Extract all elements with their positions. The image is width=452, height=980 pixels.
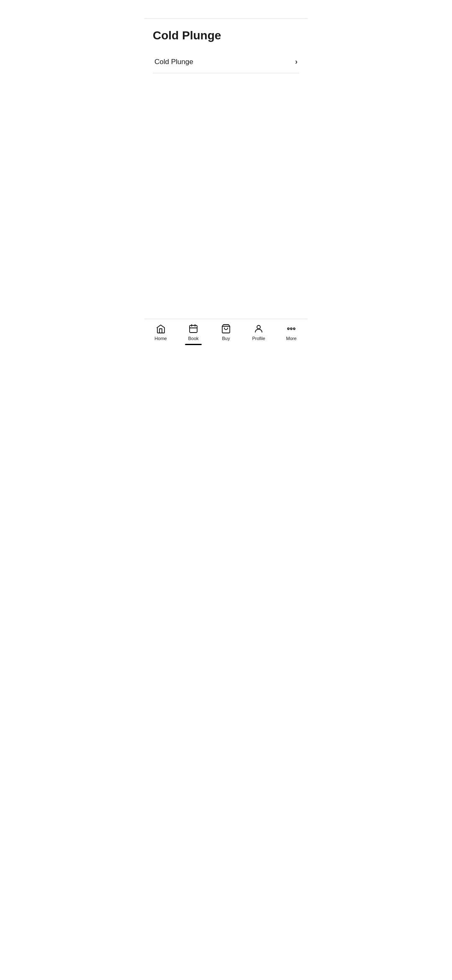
- nav-label-buy: Buy: [222, 336, 230, 341]
- svg-point-2: [257, 325, 260, 329]
- main-content: Cold Plunge Cold Plunge ›: [144, 19, 308, 73]
- svg-point-3: [288, 328, 289, 330]
- nav-label-home: Home: [154, 336, 167, 341]
- profile-icon: [253, 323, 264, 334]
- svg-rect-0: [190, 325, 197, 333]
- nav-item-more[interactable]: More: [275, 323, 308, 341]
- nav-item-profile[interactable]: Profile: [242, 323, 275, 341]
- bottom-nav: Home Book Buy Profile: [144, 319, 308, 353]
- section-title: Cold Plunge: [153, 29, 299, 42]
- status-bar: [144, 0, 308, 18]
- buy-icon: [221, 323, 231, 334]
- nav-item-buy[interactable]: Buy: [210, 323, 242, 341]
- cold-plunge-list-item[interactable]: Cold Plunge ›: [153, 51, 299, 73]
- nav-label-more: More: [286, 336, 296, 341]
- nav-item-home[interactable]: Home: [144, 323, 177, 341]
- nav-item-book[interactable]: Book: [177, 323, 210, 341]
- more-icon: [286, 323, 297, 334]
- list-item-label: Cold Plunge: [154, 58, 193, 66]
- home-icon: [155, 323, 166, 334]
- chevron-right-icon: ›: [295, 57, 298, 66]
- book-icon: [188, 323, 199, 334]
- svg-point-4: [290, 328, 292, 330]
- svg-point-5: [293, 328, 295, 330]
- nav-label-profile: Profile: [252, 336, 265, 341]
- nav-label-book: Book: [188, 336, 198, 341]
